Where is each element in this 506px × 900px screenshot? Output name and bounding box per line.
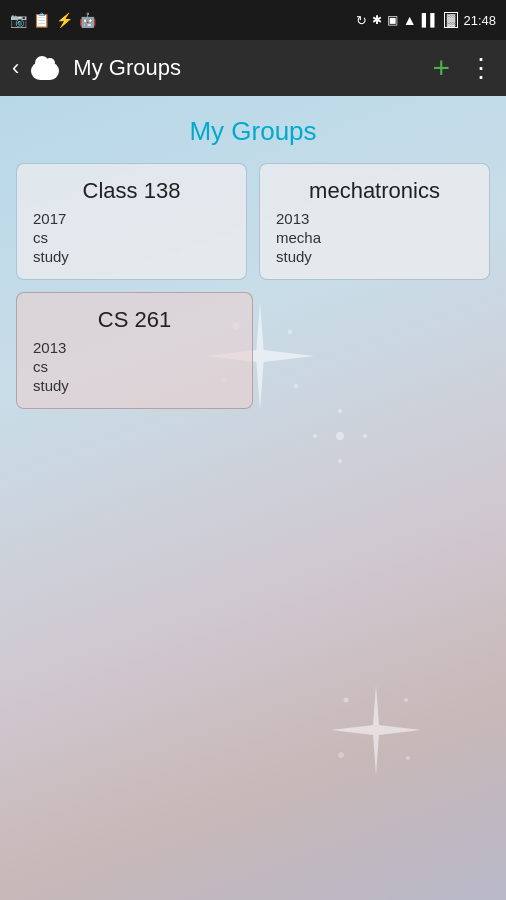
svg-marker-11: [331, 685, 421, 775]
nav-bar: ‹ My Groups + ⋮: [0, 40, 506, 96]
group-tag2-cs261: study: [33, 377, 236, 394]
cloud-icon: [31, 54, 63, 82]
wifi-icon: ▲: [403, 12, 417, 28]
groups-row2: CS 261 2013 cs study: [0, 280, 506, 409]
svg-point-9: [338, 409, 342, 413]
main-content: My Groups Class 138 2017 cs study mechat…: [0, 96, 506, 900]
android-icon: 🤖: [79, 12, 96, 28]
group-tag1-cs261: cs: [33, 358, 236, 375]
page-title: My Groups: [0, 96, 506, 163]
svg-point-15: [406, 756, 410, 760]
group-name-cs261: CS 261: [33, 307, 236, 333]
status-icons-left: 📷 📋 ⚡ 🤖: [10, 12, 96, 28]
add-group-button[interactable]: +: [432, 51, 450, 85]
group-tag2-class138: study: [33, 248, 230, 265]
svg-point-6: [336, 432, 344, 440]
battery-icon: ▓: [444, 12, 459, 28]
svg-point-7: [313, 434, 317, 438]
signal-icon: ▌▌: [422, 13, 439, 27]
svg-point-14: [338, 752, 344, 758]
svg-point-13: [404, 698, 408, 702]
group-tag1-class138: cs: [33, 229, 230, 246]
sparkle-decoration-3: [326, 680, 426, 780]
status-bar: 📷 📋 ⚡ 🤖 ↻ ✱ ▣ ▲ ▌▌ ▓ 21:48: [0, 0, 506, 40]
nav-left: ‹ My Groups: [12, 54, 181, 82]
group-tag2-mechatronics: study: [276, 248, 473, 265]
group-name-mechatronics: mechatronics: [276, 178, 473, 204]
nav-actions: + ⋮: [432, 51, 494, 85]
svg-point-10: [338, 459, 342, 463]
svg-point-12: [344, 698, 349, 703]
clock: 21:48: [463, 13, 496, 28]
group-year-cs261: 2013: [33, 339, 236, 356]
status-icons-right: ↻ ✱ ▣ ▲ ▌▌ ▓ 21:48: [356, 12, 496, 28]
screen-icon: ▣: [387, 13, 398, 27]
notification-icon: 📷: [10, 12, 27, 28]
group-card-mechatronics[interactable]: mechatronics 2013 mecha study: [259, 163, 490, 280]
group-name-class138: Class 138: [33, 178, 230, 204]
group-card-class138[interactable]: Class 138 2017 cs study: [16, 163, 247, 280]
refresh-icon: ↻: [356, 13, 367, 28]
group-year-class138: 2017: [33, 210, 230, 227]
screenshot-icon: 📋: [33, 12, 50, 28]
group-card-cs261[interactable]: CS 261 2013 cs study: [16, 292, 253, 409]
bluetooth-icon: ✱: [372, 13, 382, 27]
usb-icon: ⚡: [56, 12, 73, 28]
group-tag1-mechatronics: mecha: [276, 229, 473, 246]
svg-point-8: [363, 434, 367, 438]
more-options-button[interactable]: ⋮: [468, 53, 494, 84]
nav-title: My Groups: [73, 55, 181, 81]
groups-grid: Class 138 2017 cs study mechatronics 201…: [0, 163, 506, 280]
group-year-mechatronics: 2013: [276, 210, 473, 227]
back-button[interactable]: ‹: [12, 55, 19, 81]
